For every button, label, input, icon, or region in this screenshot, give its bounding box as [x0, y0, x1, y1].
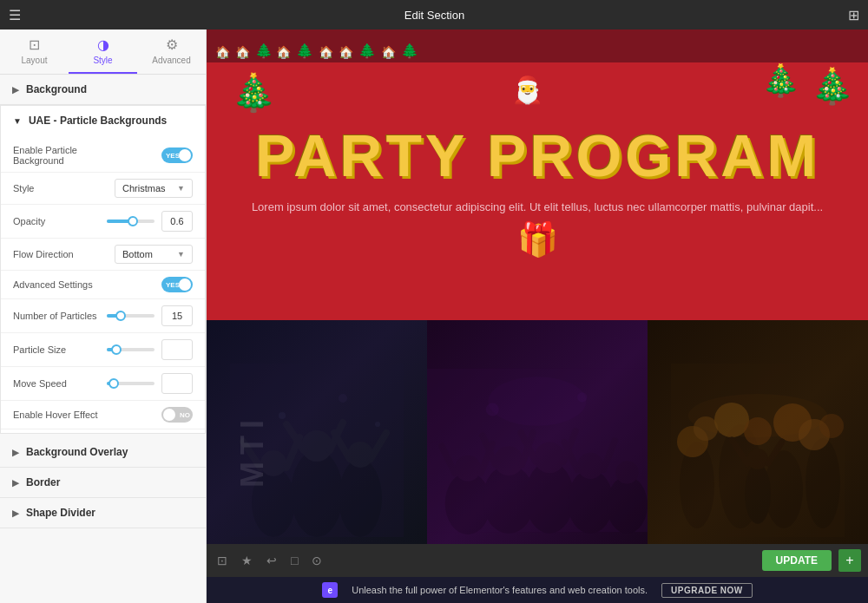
svg-point-4 — [260, 450, 286, 476]
svg-point-37 — [577, 392, 587, 402]
style-row: Style Christmas ▼ — [1, 173, 205, 205]
num-particles-slider-thumb[interactable] — [115, 311, 126, 321]
santa-hat-decoration: 🎅 — [511, 75, 543, 105]
grid-icon[interactable]: ⊞ — [848, 7, 859, 23]
num-particles-value[interactable]: 15 — [161, 305, 193, 326]
particle-size-slider-track[interactable] — [107, 348, 155, 351]
flow-direction-arrow: ▼ — [177, 250, 185, 259]
opacity-value[interactable]: 0.6 — [161, 211, 193, 232]
tree-small-1: 🌲 — [255, 43, 273, 59]
photo-cell-1: MTI — [207, 320, 427, 544]
num-particles-label: Number of Particles — [13, 311, 100, 321]
particle-settings-content: Enable Particle Background YES Style Chr… — [1, 135, 205, 433]
svg-point-50 — [745, 463, 771, 524]
photo-cell-3 — [648, 320, 868, 544]
party-banner: 🏠 🏠 🌲 🏠 🌲 🏠 🏠 🌲 🏠 🌲 🎄 🎄 🎄 🎅 — [207, 29, 868, 320]
enable-particle-toggle[interactable]: YES — [161, 147, 193, 163]
particle-backgrounds-title: UAE - Particle Backgrounds — [29, 115, 167, 127]
tab-style[interactable]: ◑ Style — [69, 29, 137, 74]
particle-chevron-icon: ▼ — [13, 116, 22, 126]
style-label: Style — [13, 183, 100, 193]
page-title: Edit Section — [30, 9, 839, 22]
overlay-chevron: ▶ — [12, 448, 19, 457]
party-title-container: PARTY PROGRAM — [255, 126, 819, 185]
svg-point-15 — [375, 422, 380, 427]
border-section-header[interactable]: ▶ Border — [0, 468, 206, 498]
flow-direction-label: Flow Direction — [13, 249, 100, 259]
shape-divider-chevron: ▶ — [12, 508, 19, 518]
particle-size-label: Particle Size — [13, 344, 100, 355]
svg-point-36 — [486, 403, 499, 416]
svg-point-20 — [568, 470, 614, 534]
preview-icon[interactable]: ⊙ — [308, 550, 326, 571]
photo-overlay-3 — [648, 320, 868, 544]
opacity-slider-track[interactable] — [107, 220, 155, 223]
move-speed-slider-container — [107, 373, 194, 394]
shape-divider-header[interactable]: ▶ Shape Divider — [0, 498, 206, 528]
style-control: Christmas ▼ — [107, 179, 194, 198]
tab-advanced[interactable]: ⚙ Advanced — [137, 29, 206, 74]
undo-icon[interactable]: ↩ — [263, 550, 280, 571]
svg-point-42 — [806, 438, 840, 528]
opacity-row: Opacity 0.6 — [1, 205, 205, 239]
photo-overlay-1 — [207, 320, 427, 544]
tree-right-1: 🎄 — [761, 62, 800, 99]
advanced-settings-label: Advanced Settings — [13, 279, 100, 290]
style-select-value: Christmas — [122, 183, 166, 193]
hover-effect-toggle[interactable]: NO — [161, 407, 193, 423]
menu-icon[interactable]: ☰ — [9, 7, 21, 23]
responsive-icon[interactable]: □ — [287, 550, 301, 571]
house-6: 🏠 — [381, 45, 396, 59]
style-select-arrow: ▼ — [177, 184, 185, 193]
advanced-settings-row: Advanced Settings YES — [1, 271, 205, 299]
particle-size-value[interactable] — [161, 339, 193, 360]
num-particles-slider-track[interactable] — [107, 314, 155, 318]
star-icon[interactable]: ★ — [238, 550, 256, 571]
svg-point-13 — [279, 412, 286, 419]
advanced-icon: ⚙ — [166, 36, 178, 53]
hover-effect-control: NO — [107, 407, 194, 423]
opacity-label: Opacity — [13, 216, 100, 226]
opacity-slider-thumb[interactable] — [128, 216, 138, 226]
move-speed-slider-thumb[interactable] — [108, 378, 119, 389]
svg-point-22 — [455, 456, 481, 482]
flow-direction-select[interactable]: Bottom ▼ — [115, 245, 193, 264]
upgrade-button[interactable]: UPGRADE NOW — [661, 583, 753, 598]
house-4: 🏠 — [319, 45, 333, 59]
svg-point-21 — [607, 476, 648, 534]
svg-point-14 — [339, 394, 347, 403]
particle-backgrounds-header[interactable]: ▼ UAE - Particle Backgrounds — [1, 106, 205, 135]
svg-point-51 — [747, 449, 768, 469]
settings-icon[interactable]: ⊡ — [214, 550, 231, 571]
style-icon: ◑ — [97, 36, 109, 53]
photo-cell-2 — [427, 320, 648, 544]
house-5: 🏠 — [339, 45, 353, 59]
flow-direction-control: Bottom ▼ — [107, 245, 194, 264]
svg-point-24 — [534, 442, 565, 474]
update-plus-button[interactable]: + — [838, 549, 861, 572]
tab-layout[interactable]: ⊡ Layout — [0, 29, 69, 74]
gift-decoration: 🎁 — [517, 220, 558, 259]
svg-point-26 — [615, 461, 638, 483]
tree-right-2: 🎄 — [811, 66, 854, 107]
num-particles-slider-container: 15 — [107, 305, 194, 326]
move-speed-value[interactable] — [161, 373, 193, 394]
house-2: 🏠 — [235, 45, 250, 59]
tab-bar: ⊡ Layout ◑ Style ⚙ Advanced — [0, 29, 206, 75]
advanced-settings-toggle[interactable]: YES — [161, 277, 193, 292]
background-overlay-header[interactable]: ▶ Background Overlay — [0, 437, 206, 468]
flow-direction-row: Flow Direction Bottom ▼ — [1, 239, 205, 271]
svg-point-2 — [291, 450, 343, 537]
shape-divider-label: Shape Divider — [26, 507, 95, 519]
style-select[interactable]: Christmas ▼ — [115, 179, 193, 198]
hover-effect-label: Enable Hover Effect — [13, 410, 100, 420]
particle-size-slider-thumb[interactable] — [111, 344, 122, 355]
move-speed-slider-track[interactable] — [107, 382, 155, 385]
advanced-settings-toggle-label: YES — [166, 281, 180, 289]
move-speed-label: Move Speed — [13, 378, 100, 389]
background-section-header[interactable]: ▶ Background — [0, 75, 206, 105]
canvas-area: 🏠 🏠 🌲 🏠 🌲 🏠 🏠 🌲 🏠 🌲 🎄 🎄 🎄 🎅 — [207, 29, 868, 544]
svg-point-35 — [489, 377, 587, 425]
update-button[interactable]: UPDATE — [762, 550, 832, 571]
background-chevron: ▶ — [12, 85, 19, 95]
